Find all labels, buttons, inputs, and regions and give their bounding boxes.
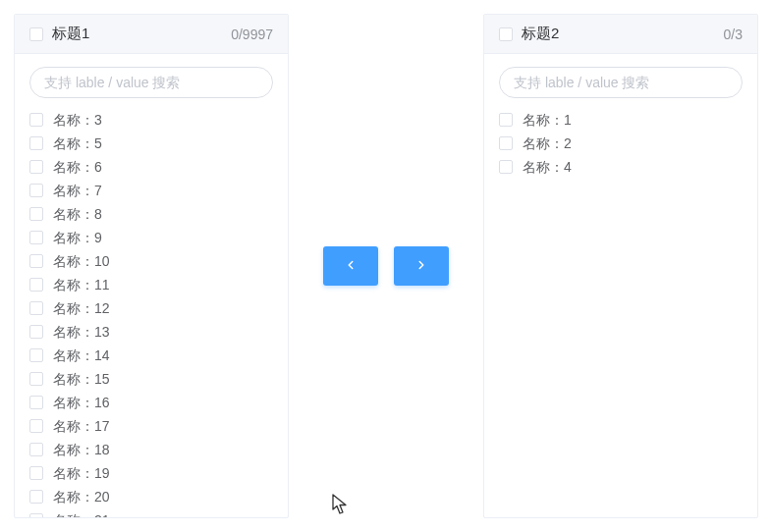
list-item[interactable]: 名称：6	[29, 155, 273, 179]
item-label: 名称：2	[523, 132, 572, 155]
list-item[interactable]: 名称：16	[29, 391, 273, 414]
right-select-all-checkbox[interactable]	[499, 27, 513, 41]
left-panel: 标题1 0/9997 名称：3名称：5名称：6名称：7名称：8名称：9名称：10…	[14, 14, 289, 518]
item-label: 名称：9	[53, 226, 102, 249]
item-label: 名称：14	[53, 344, 110, 367]
item-checkbox[interactable]	[29, 348, 43, 362]
item-checkbox[interactable]	[29, 490, 43, 504]
right-panel-title: 标题2	[522, 25, 559, 43]
item-checkbox[interactable]	[29, 301, 43, 315]
item-checkbox[interactable]	[499, 113, 513, 127]
item-label: 名称：13	[53, 320, 110, 344]
list-item[interactable]: 名称：14	[29, 344, 273, 367]
left-search-wrap	[15, 54, 288, 108]
item-checkbox[interactable]	[29, 443, 43, 456]
list-item[interactable]: 名称：11	[29, 273, 273, 296]
move-left-button[interactable]	[323, 246, 378, 286]
chevron-left-icon	[344, 258, 358, 275]
item-label: 名称：6	[53, 155, 102, 179]
item-label: 名称：1	[523, 108, 572, 132]
left-list[interactable]: 名称：3名称：5名称：6名称：7名称：8名称：9名称：10名称：11名称：12名…	[15, 108, 288, 517]
item-label: 名称：7	[53, 179, 102, 202]
left-search-input[interactable]	[29, 67, 273, 98]
item-label: 名称：11	[53, 273, 110, 296]
list-item[interactable]: 名称：7	[29, 179, 273, 202]
list-item[interactable]: 名称：4	[499, 155, 743, 179]
item-checkbox[interactable]	[29, 207, 43, 221]
list-item[interactable]: 名称：13	[29, 320, 273, 344]
list-item[interactable]: 名称：5	[29, 132, 273, 155]
item-checkbox[interactable]	[29, 136, 43, 150]
item-checkbox[interactable]	[29, 160, 43, 174]
transfer-container: 标题1 0/9997 名称：3名称：5名称：6名称：7名称：8名称：9名称：10…	[0, 0, 772, 532]
item-label: 名称：8	[53, 202, 102, 226]
item-label: 名称：20	[53, 485, 110, 508]
list-item[interactable]: 名称：2	[499, 132, 743, 155]
item-label: 名称：21	[53, 508, 110, 517]
list-item[interactable]: 名称：12	[29, 296, 273, 320]
left-panel-title: 标题1	[52, 25, 89, 43]
list-item[interactable]: 名称：9	[29, 226, 273, 249]
list-item[interactable]: 名称：15	[29, 367, 273, 391]
item-checkbox[interactable]	[29, 254, 43, 268]
item-label: 名称：17	[53, 414, 110, 438]
right-search-input[interactable]	[499, 67, 743, 98]
item-label: 名称：18	[53, 438, 110, 461]
move-right-button[interactable]	[394, 246, 449, 286]
list-item[interactable]: 名称：8	[29, 202, 273, 226]
list-item[interactable]: 名称：17	[29, 414, 273, 438]
list-item[interactable]: 名称：19	[29, 461, 273, 485]
item-label: 名称：12	[53, 296, 110, 320]
item-label: 名称：15	[53, 367, 110, 391]
right-panel: 标题2 0/3 名称：1名称：2名称：4	[483, 14, 758, 518]
right-list[interactable]: 名称：1名称：2名称：4	[484, 108, 757, 517]
item-checkbox[interactable]	[499, 136, 513, 150]
item-checkbox[interactable]	[29, 184, 43, 197]
item-checkbox[interactable]	[499, 160, 513, 174]
item-label: 名称：4	[523, 155, 572, 179]
right-panel-header: 标题2 0/3	[484, 15, 757, 54]
right-search-wrap	[484, 54, 757, 108]
list-item[interactable]: 名称：20	[29, 485, 273, 508]
left-panel-count: 0/9997	[231, 27, 273, 42]
item-checkbox[interactable]	[29, 325, 43, 339]
item-label: 名称：3	[53, 108, 102, 132]
list-item[interactable]: 名称：21	[29, 508, 273, 517]
right-panel-count: 0/3	[724, 27, 743, 42]
item-checkbox[interactable]	[29, 396, 43, 409]
item-checkbox[interactable]	[29, 113, 43, 127]
list-item[interactable]: 名称：10	[29, 249, 273, 273]
list-item[interactable]: 名称：3	[29, 108, 273, 132]
item-label: 名称：10	[53, 249, 110, 273]
item-checkbox[interactable]	[29, 372, 43, 386]
item-label: 名称：5	[53, 132, 102, 155]
item-label: 名称：16	[53, 391, 110, 414]
item-checkbox[interactable]	[29, 231, 43, 244]
item-checkbox[interactable]	[29, 419, 43, 433]
item-checkbox[interactable]	[29, 513, 43, 517]
item-checkbox[interactable]	[29, 278, 43, 292]
left-select-all-checkbox[interactable]	[29, 27, 43, 41]
item-label: 名称：19	[53, 461, 110, 485]
list-item[interactable]: 名称：18	[29, 438, 273, 461]
transfer-buttons	[304, 246, 468, 286]
chevron-right-icon	[414, 258, 428, 275]
item-checkbox[interactable]	[29, 466, 43, 480]
left-panel-header: 标题1 0/9997	[15, 15, 288, 54]
list-item[interactable]: 名称：1	[499, 108, 743, 132]
